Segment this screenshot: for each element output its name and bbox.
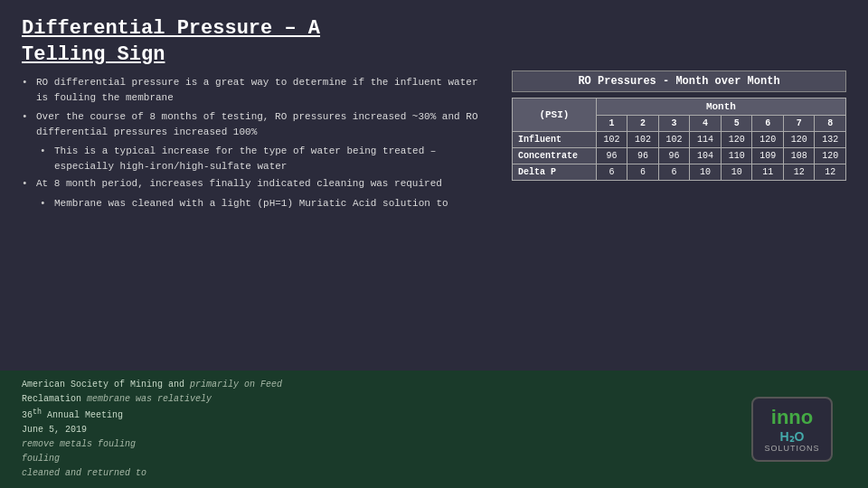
- bullet-1: • RO differential pressure is a great wa…: [22, 75, 494, 106]
- sub-text-2: Membrane was cleaned with a light (pH=1)…: [54, 196, 448, 211]
- bullet-text-2: Over the course of 8 months of testing, …: [36, 109, 494, 140]
- bullet-3: • At 8 month period, increases finally i…: [22, 176, 494, 192]
- concentrate-label: Concentrate: [513, 148, 597, 164]
- logo-h2o: H₂O: [764, 429, 819, 444]
- bullet-dot-3: •: [22, 176, 36, 192]
- deltap-4: 10: [690, 164, 722, 181]
- influent-6: 120: [752, 132, 784, 148]
- deltap-6: 11: [752, 164, 784, 181]
- bullet-text-1: RO differential pressure is a great way …: [36, 75, 494, 106]
- logo-box: inno H₂O SOLUTIONS: [751, 397, 832, 462]
- concentrate-2: 96: [627, 148, 659, 164]
- psi-header: (PSI): [513, 99, 597, 132]
- month-6: 6: [752, 116, 784, 132]
- influent-4: 114: [690, 132, 722, 148]
- influent-7: 120: [783, 132, 815, 148]
- concentrate-6: 109: [752, 148, 784, 164]
- logo-solutions: SOLUTIONS: [764, 444, 819, 453]
- footer-org: American Society of Mining and primarily…: [22, 380, 282, 435]
- logo-inno: inno: [764, 406, 819, 429]
- influent-3: 102: [658, 132, 690, 148]
- concentrate-5: 110: [721, 148, 752, 164]
- bullet-3-sub-1: • Membrane was cleaned with a light (pH=…: [40, 196, 494, 211]
- month-2: 2: [627, 116, 659, 132]
- bullet-2-sub: • This is a typical increase for the typ…: [40, 144, 494, 174]
- sub-dot-2: •: [40, 196, 54, 211]
- deltap-8: 12: [815, 164, 846, 181]
- bullet-text-3: At 8 month period, increases finally ind…: [36, 176, 442, 192]
- sub-dot-1: •: [40, 144, 54, 174]
- bullet-content: • RO differential pressure is a great wa…: [22, 75, 494, 211]
- month-7: 7: [783, 116, 815, 132]
- ro-pressures-table: (PSI) Month 1 2 3 4 5 6 7 8: [512, 98, 846, 181]
- deltap-3: 6: [658, 164, 690, 181]
- month-3: 3: [658, 116, 690, 132]
- influent-5: 120: [721, 132, 752, 148]
- slide: Differential Pressure – A Telling Sign •…: [0, 0, 868, 488]
- inno-text: inno: [771, 406, 813, 428]
- right-panel: RO Pressures - Month over Month (PSI) Mo…: [512, 16, 846, 361]
- footer-italic-3: cleaned and returned to: [22, 468, 146, 478]
- logo-area: inno H₂O SOLUTIONS: [738, 397, 846, 462]
- bullet-dot-2: •: [22, 109, 36, 140]
- concentrate-row: Concentrate 96 96 96 104 110 109 108 120: [513, 148, 846, 164]
- month-header: Month: [596, 99, 845, 116]
- deltap-1: 6: [596, 164, 627, 181]
- concentrate-7: 108: [783, 148, 815, 164]
- influent-label: Influent: [513, 132, 597, 148]
- month-5: 5: [721, 116, 752, 132]
- concentrate-3: 96: [658, 148, 690, 164]
- month-8: 8: [815, 116, 846, 132]
- title-line2: Telling Sign: [22, 43, 165, 66]
- bullet-2: • Over the course of 8 months of testing…: [22, 109, 494, 140]
- footer-italic-2: fouling: [22, 454, 60, 464]
- slide-title: Differential Pressure – A Telling Sign: [22, 16, 494, 68]
- title-line1: Differential Pressure – A: [22, 17, 320, 40]
- bullet-dot-1: •: [22, 75, 36, 106]
- influent-8: 132: [815, 132, 846, 148]
- sub-text-1: This is a typical increase for the type …: [54, 144, 494, 174]
- influent-2: 102: [627, 132, 659, 148]
- concentrate-1: 96: [596, 148, 627, 164]
- month-1: 1: [596, 116, 627, 132]
- deltap-row: Delta P 6 6 6 10 10 11 12 12: [513, 164, 846, 181]
- deltap-7: 12: [783, 164, 815, 181]
- deltap-2: 6: [627, 164, 659, 181]
- footer-text: American Society of Mining and primarily…: [22, 378, 282, 481]
- influent-1: 102: [596, 132, 627, 148]
- concentrate-8: 120: [815, 148, 846, 164]
- month-4: 4: [690, 116, 722, 132]
- footer-italic-1: remove metals fouling: [22, 439, 136, 449]
- concentrate-4: 104: [690, 148, 722, 164]
- deltap-label: Delta P: [513, 164, 597, 181]
- influent-row: Influent 102 102 102 114 120 120 120 132: [513, 132, 846, 148]
- left-panel: Differential Pressure – A Telling Sign •…: [22, 16, 512, 361]
- table-title: RO Pressures - Month over Month: [512, 70, 846, 92]
- main-content: Differential Pressure – A Telling Sign •…: [0, 0, 868, 371]
- footer-bar: American Society of Mining and primarily…: [0, 371, 868, 488]
- deltap-5: 10: [721, 164, 752, 181]
